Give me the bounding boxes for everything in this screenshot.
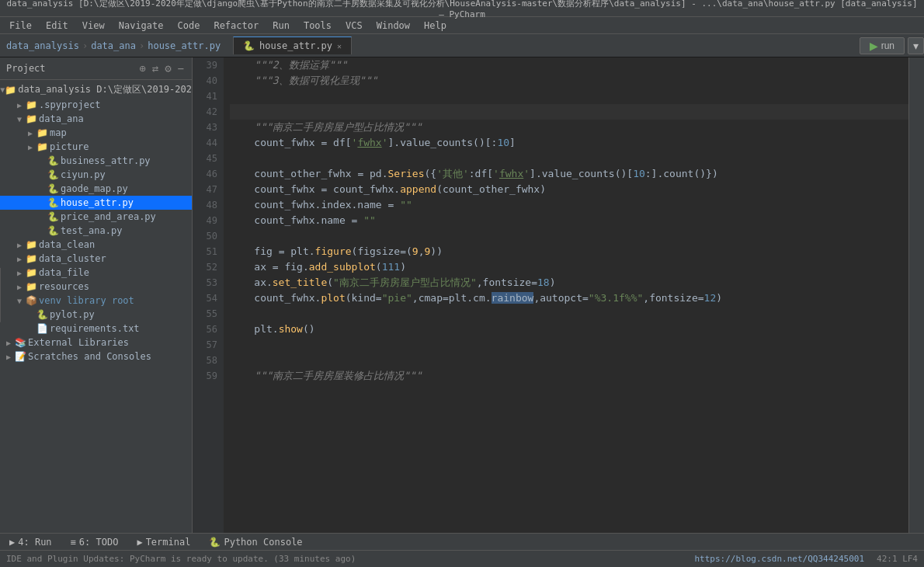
price-area-icon: 🐍 [47, 211, 59, 222]
ln-42: 42 [193, 104, 224, 120]
python-console-btn[interactable]: 🐍 Python Console [206, 537, 305, 548]
sidebar-header: Project ⊕ ⇄ ⚙ − [0, 57, 192, 80]
python-console-icon: 🐍 [209, 537, 221, 548]
code-line-46: count_other_fwhx = pd.Series({'其他':df['f… [230, 166, 908, 182]
menu-run[interactable]: Run [266, 19, 296, 33]
test-ana-icon: 🐍 [47, 225, 59, 236]
sidebar-add-icon[interactable]: ⊕ [137, 61, 147, 76]
business-attr-icon: 🐍 [47, 155, 59, 166]
tree-external-libs[interactable]: ▶ 📚 External Libraries [0, 336, 192, 350]
main-layout: Project ⊕ ⇄ ⚙ − ▼ 📁 data_analysis D:\定做区… [0, 57, 924, 533]
data-file-label: data_file [39, 267, 89, 278]
tree-picture[interactable]: ▶ 📁 picture [0, 140, 192, 154]
run-panel-icon: ▶ [9, 537, 15, 548]
breadcrumb-project[interactable]: data_analysis [6, 40, 79, 51]
tree-gaode-map[interactable]: 🐍 gaode_map.py [0, 182, 192, 196]
tree-ciyun[interactable]: 🐍 ciyun.py [0, 168, 192, 182]
external-libs-icon: 📚 [14, 337, 26, 348]
title-bar: data_analysis [D:\定做区\2019-2020年定做\djang… [0, 0, 924, 17]
run-button[interactable]: ▶ run [860, 37, 905, 54]
tab-close-button[interactable]: ✕ [337, 42, 342, 50]
menu-vcs[interactable]: VCS [339, 19, 369, 33]
data-cluster-label: data_cluster [39, 253, 106, 264]
todo-panel-btn[interactable]: ≡ 6: TODO [68, 537, 122, 548]
code-line-55 [230, 306, 908, 322]
tree-requirements[interactable]: 📄 requirements.txt [0, 322, 192, 336]
ln-41: 41 [193, 89, 224, 104]
ln-51: 51 [193, 244, 224, 259]
code-line-54: count_fwhx.plot(kind="pie",cmap=plt.cm.r… [230, 290, 908, 306]
code-editor: 39 40 41 42 43 44 45 46 47 48 49 50 51 5… [193, 57, 908, 533]
ln-55: 55 [193, 306, 224, 322]
breadcrumb-file[interactable]: house_attr.py [148, 40, 221, 51]
requirements-label: requirements.txt [50, 323, 140, 334]
data-clean-icon: 📁 [25, 239, 37, 250]
tree-map[interactable]: ▶ 📁 map [0, 126, 192, 140]
code-line-49: count_fwhx.name = "" [230, 213, 908, 228]
code-line-51: fig = plt.figure(figsize=(9,9)) [230, 244, 908, 259]
tree-data-file[interactable]: ▶ 📁 data_file [0, 266, 192, 280]
tree-price-area[interactable]: 🐍 price_and_area.py [0, 210, 192, 224]
ln-57: 57 [193, 337, 224, 353]
menu-navigate[interactable]: Navigate [113, 19, 170, 33]
tree-data-clean[interactable]: ▶ 📁 data_clean [0, 238, 192, 252]
tree-spyproject[interactable]: ▶ 📁 .spyproject [0, 98, 192, 112]
sidebar-minimize-icon[interactable]: − [176, 61, 186, 76]
tab-label: house_attr.py [259, 40, 332, 51]
ciyun-label: ciyun.py [61, 169, 106, 180]
tree-venv[interactable]: ▼ 📦 venv library root [0, 294, 192, 308]
code-lines: """2、数据运算""" """3、数据可视化呈现""" """南京二手房房屋户… [224, 57, 908, 533]
code-line-58 [230, 353, 908, 368]
code-line-57 [230, 337, 908, 353]
pylot-icon: 🐍 [36, 309, 48, 320]
spyproject-folder-icon: 📁 [25, 99, 37, 110]
terminal-btn[interactable]: ▶ Terminal [134, 537, 193, 548]
todo-panel-label: 6: TODO [79, 537, 119, 548]
run-dropdown-button[interactable]: ▾ [908, 37, 924, 54]
picture-folder-icon: 📁 [36, 141, 48, 152]
data-ana-label: data_ana [39, 113, 84, 124]
tree-data-cluster[interactable]: ▶ 📁 data_cluster [0, 252, 192, 266]
data-cluster-icon: 📁 [25, 253, 37, 264]
menu-refactor[interactable]: Refactor [207, 19, 265, 33]
tree-resources[interactable]: ▶ 📁 resources [0, 280, 192, 294]
code-scroll-area[interactable]: 39 40 41 42 43 44 45 46 47 48 49 50 51 5… [193, 57, 908, 533]
menu-help[interactable]: Help [418, 19, 453, 33]
menu-edit[interactable]: Edit [40, 19, 75, 33]
sidebar-settings-icon[interactable]: ⚙ [163, 61, 172, 76]
ln-46: 46 [193, 166, 224, 182]
tree-house-attr[interactable]: 🐍 house_attr.py [0, 196, 192, 210]
status-link[interactable]: https://blog.csdn.net/QQ344245001 [694, 554, 864, 564]
menu-window[interactable]: Window [370, 19, 416, 33]
pylot-label: pylot.py [50, 309, 95, 320]
scratches-icon: 📝 [14, 351, 26, 362]
tree-data-ana[interactable]: ▼ 📁 data_ana [0, 112, 192, 126]
root-folder-icon: 📁 [5, 85, 16, 96]
ln-58: 58 [193, 353, 224, 368]
tree-test-ana[interactable]: 🐍 test_ana.py [0, 224, 192, 238]
python-console-label: Python Console [224, 537, 302, 548]
tree-business-attr[interactable]: 🐍 business_attr.py [0, 154, 192, 168]
venv-label: venv library root [39, 295, 134, 306]
root-label: data_analysis D:\定做区\2019-202 [18, 83, 192, 96]
menu-tools[interactable]: Tools [297, 19, 338, 33]
run-play-icon: ▶ [870, 40, 878, 52]
status-message: IDE and Plugin Updates: PyCharm is ready… [6, 554, 694, 564]
tree-pylot[interactable]: 🐍 pylot.py [0, 308, 192, 322]
spyproject-expand-icon: ▶ [14, 101, 25, 110]
structure-panel-tab[interactable]: Structure [0, 268, 1, 322]
data-ana-expand-icon: ▼ [14, 115, 25, 123]
menu-view[interactable]: View [76, 19, 111, 33]
tree-scratches[interactable]: ▶ 📝 Scratches and Consoles [0, 350, 192, 364]
spyproject-label: .spyproject [39, 99, 100, 110]
run-panel-btn[interactable]: ▶ 4: Run [6, 537, 55, 548]
breadcrumb-folder[interactable]: data_ana [91, 40, 136, 51]
ln-47: 47 [193, 182, 224, 197]
sidebar-sync-icon[interactable]: ⇄ [151, 61, 160, 76]
ln-44: 44 [193, 135, 224, 151]
active-tab[interactable]: 🐍 house_attr.py ✕ [233, 37, 352, 54]
ln-48: 48 [193, 197, 224, 213]
menu-file[interactable]: File [3, 19, 38, 33]
tree-root[interactable]: ▼ 📁 data_analysis D:\定做区\2019-202 [0, 82, 192, 98]
menu-code[interactable]: Code [172, 19, 207, 33]
